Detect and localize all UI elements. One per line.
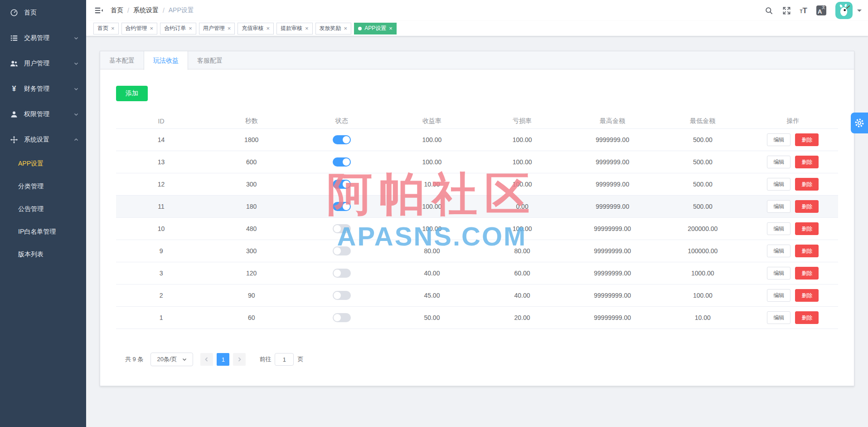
toggle-knob: [334, 225, 341, 232]
tag-close-icon[interactable]: ×: [389, 25, 393, 31]
tag-contract-orders[interactable]: 合约订单×: [160, 23, 196, 34]
hamburger-icon[interactable]: [89, 6, 109, 15]
app-container: 基本配置玩法收益客服配置 添加 ID秒数状态收益率亏损率最高金额最低金额操作 1…: [86, 36, 868, 427]
status-toggle[interactable]: [333, 313, 351, 322]
breadcrumb-home[interactable]: 首页: [111, 6, 123, 15]
tag-close-icon[interactable]: ×: [305, 25, 309, 31]
status-toggle[interactable]: [333, 135, 351, 144]
language-icon[interactable]: A 文: [816, 5, 826, 15]
sidebar-item-home-label: 首页: [24, 9, 37, 17]
status-toggle[interactable]: [333, 246, 351, 255]
edit-button[interactable]: 编辑: [767, 289, 790, 302]
sidebar-item-permissions-label: 权限管理: [24, 110, 49, 118]
status-toggle[interactable]: [333, 180, 351, 189]
cell-status: [296, 269, 387, 278]
tab-support-config[interactable]: 客服配置: [188, 51, 232, 69]
cell-id: 12: [116, 181, 206, 188]
edit-button[interactable]: 编辑: [767, 245, 790, 257]
search-icon[interactable]: [765, 6, 773, 15]
goto-page-input[interactable]: [275, 353, 294, 366]
tab-basic-config[interactable]: 基本配置: [100, 51, 144, 69]
sidebar-item-home[interactable]: 首页: [0, 0, 86, 25]
cell-status: [296, 202, 387, 211]
settings-panel-button[interactable]: [851, 113, 868, 133]
status-toggle[interactable]: [333, 224, 351, 233]
column-header-5: 最高金额: [567, 117, 658, 125]
cell-id: 1: [116, 314, 206, 321]
tab-gameplay-profit[interactable]: 玩法收益: [144, 51, 188, 70]
table-row: 11180100.000.009999999.00500.00编辑删除: [116, 196, 838, 218]
tag-contract-management[interactable]: 合约管理×: [121, 23, 158, 34]
sidebar-item-permissions[interactable]: 权限管理: [0, 102, 86, 127]
tag-home[interactable]: 首页×: [93, 23, 119, 34]
prev-page-button[interactable]: [200, 353, 213, 366]
font-size-icon[interactable]: T T: [800, 7, 808, 15]
cell-id: 13: [116, 158, 206, 166]
cell-id: 9: [116, 247, 206, 255]
page-number-button[interactable]: 1: [217, 353, 229, 366]
toggle-knob: [334, 247, 341, 255]
cell-min-amount: 500.00: [658, 203, 748, 210]
tag-close-icon[interactable]: ×: [228, 25, 231, 31]
sidebar-subitem-categories[interactable]: 分类管理: [0, 175, 86, 198]
sidebar-subitem-announcements[interactable]: 公告管理: [0, 198, 86, 221]
tag-app-settings[interactable]: APP设置×: [354, 23, 397, 34]
edit-button[interactable]: 编辑: [767, 267, 790, 280]
column-header-6: 最低金额: [658, 117, 748, 125]
sidebar-item-system-settings[interactable]: 系统设置: [0, 127, 86, 152]
tag-close-icon[interactable]: ×: [344, 25, 348, 31]
tag-recharge-review[interactable]: 充值审核×: [238, 23, 274, 34]
edit-button[interactable]: 编辑: [767, 156, 790, 168]
cell-actions: 编辑删除: [748, 178, 838, 191]
sidebar-item-transactions[interactable]: 交易管理: [0, 25, 86, 51]
tag-close-icon[interactable]: ×: [150, 25, 154, 31]
table-header-row: ID秒数状态收益率亏损率最高金额最低金额操作: [116, 113, 838, 129]
edit-button[interactable]: 编辑: [767, 178, 790, 191]
delete-button[interactable]: 删除: [795, 222, 819, 235]
fullscreen-icon[interactable]: [782, 6, 791, 15]
avatar[interactable]: [835, 2, 853, 19]
sidebar-item-finance-label: 财务管理: [24, 85, 49, 93]
delete-button[interactable]: 删除: [795, 311, 819, 324]
delete-button[interactable]: 删除: [795, 178, 819, 191]
sidebar-subitem-versions[interactable]: 版本列表: [0, 243, 86, 266]
peoples-icon: [10, 59, 18, 68]
delete-button[interactable]: 删除: [795, 289, 819, 302]
cell-loss-rate: 100.00: [477, 158, 567, 166]
sidebar-subitem-ip-whitelist[interactable]: IP白名单管理: [0, 221, 86, 243]
tag-close-icon[interactable]: ×: [189, 25, 192, 31]
delete-button[interactable]: 删除: [795, 245, 819, 257]
tag-user-management[interactable]: 用户管理×: [199, 23, 235, 34]
status-toggle[interactable]: [333, 157, 351, 167]
page-size-select[interactable]: 20条/页: [150, 353, 193, 366]
cell-seconds: 60: [206, 314, 296, 321]
sidebar-item-users[interactable]: 用户管理: [0, 51, 86, 76]
edit-button[interactable]: 编辑: [767, 311, 790, 324]
edit-button[interactable]: 编辑: [767, 222, 790, 235]
cell-min-amount: 500.00: [658, 158, 748, 166]
delete-button[interactable]: 删除: [795, 156, 819, 168]
sidebar-subitem-app-settings[interactable]: APP设置: [0, 152, 86, 175]
status-toggle[interactable]: [333, 291, 351, 300]
toggle-knob: [343, 203, 350, 210]
cell-id: 10: [116, 225, 206, 232]
breadcrumb-system-settings[interactable]: 系统设置: [133, 6, 159, 15]
delete-button[interactable]: 删除: [795, 267, 819, 280]
table-row: 13600100.00100.009999999.00500.00编辑删除: [116, 151, 838, 173]
avatar-dropdown-caret-icon[interactable]: [857, 10, 862, 14]
delete-button[interactable]: 删除: [795, 200, 819, 213]
tag-withdrawal-review[interactable]: 提款审核×: [276, 23, 313, 34]
cell-min-amount: 1000.00: [658, 270, 748, 277]
sidebar-item-finance[interactable]: ¥财务管理: [0, 76, 86, 102]
status-toggle[interactable]: [333, 202, 351, 211]
tag-close-icon[interactable]: ×: [111, 25, 115, 31]
tag-reward-distribution[interactable]: 发放奖励×: [315, 23, 352, 34]
tag-close-icon[interactable]: ×: [266, 25, 270, 31]
next-page-button[interactable]: [233, 353, 246, 366]
delete-button[interactable]: 删除: [795, 133, 819, 146]
status-toggle[interactable]: [333, 269, 351, 278]
add-button[interactable]: 添加: [116, 86, 148, 101]
sidebar-item-system-settings-label: 系统设置: [24, 136, 49, 144]
edit-button[interactable]: 编辑: [767, 133, 790, 146]
edit-button[interactable]: 编辑: [767, 200, 790, 213]
